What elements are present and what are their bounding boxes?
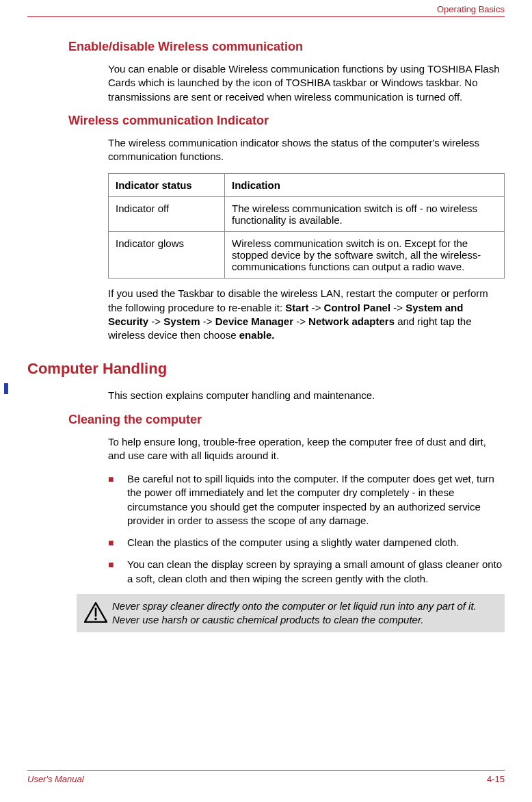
paragraph-reenable: If you used the Taskbar to disable the w… <box>108 287 505 342</box>
path-control-panel: Control Panel <box>324 302 391 313</box>
arrow: -> <box>390 302 405 313</box>
arrow: -> <box>293 315 308 327</box>
caution-box: Never spray cleaner directly onto the co… <box>77 594 505 633</box>
heading-cleaning: Cleaning the computer <box>68 413 505 427</box>
table-header-row: Indicator status Indication <box>109 174 505 197</box>
table-row: Indicator off The wireless communication… <box>109 197 505 232</box>
table-cell-status: Indicator off <box>109 197 225 232</box>
path-start: Start <box>285 302 308 313</box>
page: Operating Basics Enable/disable Wireless… <box>0 0 532 802</box>
header-chapter: Operating Basics <box>437 4 505 14</box>
list-item: You can clean the display screen by spra… <box>108 558 505 586</box>
header-rule <box>27 16 505 17</box>
heading-enable-wireless: Enable/disable Wireless communication <box>68 40 505 54</box>
table-cell-indication: Wireless communication switch is on. Exc… <box>225 232 505 279</box>
arrow: -> <box>148 315 163 327</box>
arrow: -> <box>309 302 324 313</box>
footer-rule <box>27 770 505 771</box>
enable-word: enable. <box>239 329 275 341</box>
footer-page-number: 4-15 <box>487 774 505 784</box>
paragraph-computer-handling: This section explains computer handling … <box>108 389 505 402</box>
table-header-status: Indicator status <box>109 174 225 197</box>
paragraph-cleaning: To help ensure long, trouble-free operat… <box>108 435 505 463</box>
footer-manual-label: User's Manual <box>27 774 84 784</box>
table-cell-indication: The wireless communication switch is off… <box>225 197 505 232</box>
path-system: System <box>163 315 200 327</box>
heading-wireless-indicator: Wireless communication Indicator <box>68 114 505 128</box>
indicator-table: Indicator status Indication Indicator of… <box>108 173 505 279</box>
table-cell-status: Indicator glows <box>109 232 225 279</box>
caution-icon <box>79 599 112 623</box>
list-item: Be careful not to spill liquids into the… <box>108 472 505 528</box>
path-network-adapters: Network adapters <box>308 315 395 327</box>
paragraph-enable-wireless: You can enable or disable Wireless commu… <box>108 62 505 104</box>
path-device-manager: Device Manager <box>215 315 293 327</box>
cleaning-list: Be careful not to spill liquids into the… <box>108 472 505 586</box>
svg-point-2 <box>94 617 97 620</box>
list-item: Clean the plastics of the computer using… <box>108 536 505 549</box>
arrow: -> <box>200 315 215 327</box>
content-area: Enable/disable Wireless communication Yo… <box>27 33 505 632</box>
table-row: Indicator glows Wireless communication s… <box>109 232 505 279</box>
change-bar <box>4 383 8 394</box>
table-header-indication: Indication <box>225 174 505 197</box>
caution-text: Never spray cleaner directly onto the co… <box>112 599 496 628</box>
paragraph-wireless-indicator: The wireless communication indicator sho… <box>108 136 505 164</box>
heading-computer-handling: Computer Handling <box>27 360 505 378</box>
